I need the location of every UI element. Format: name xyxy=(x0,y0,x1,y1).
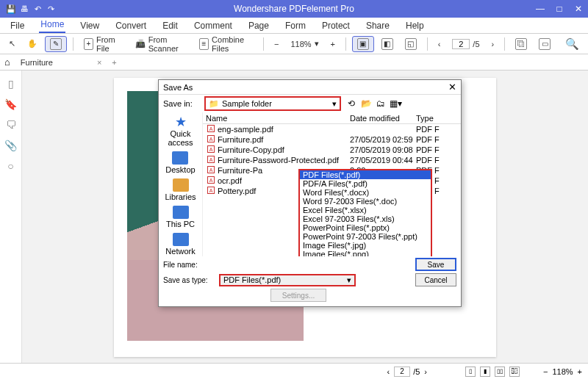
crop-icon[interactable]: ⿻ xyxy=(511,37,531,51)
select-tool[interactable]: ↖ xyxy=(4,37,20,50)
save-icon[interactable]: 💾 xyxy=(4,2,18,15)
status-next-page[interactable]: › xyxy=(424,367,427,376)
place-libraries[interactable]: Libraries xyxy=(165,178,196,201)
reading-icon[interactable]: ▭ xyxy=(534,37,555,51)
file-type-option[interactable]: Word Files(*.docx) xyxy=(300,188,431,197)
file-type-option[interactable]: Image Files(*.png) xyxy=(300,250,431,256)
status-page-total: /5 xyxy=(413,367,420,376)
file-type-option[interactable]: PDF/A Files(*.pdf) xyxy=(300,179,431,188)
cancel-button[interactable]: Cancel xyxy=(415,273,456,286)
two-page-icon[interactable]: ▯▯ xyxy=(495,367,505,377)
file-row[interactable]: AFurniture.pdf27/05/2019 02:59PDF F xyxy=(203,134,461,145)
home-icon[interactable]: ⌂ xyxy=(4,57,10,68)
zoom-out-button[interactable]: − xyxy=(270,38,283,50)
fit-page-icon[interactable]: ▣ xyxy=(352,36,374,52)
comments-icon[interactable]: 🗨 xyxy=(6,119,16,131)
place-quick-access[interactable]: ★Quick access xyxy=(159,115,202,147)
file-list: Name Date modified Type Aeng-sample.pdfP… xyxy=(203,112,461,256)
status-zoom-in[interactable]: + xyxy=(578,367,582,376)
menu-convert[interactable]: Convert xyxy=(114,18,148,33)
menu-share[interactable]: Share xyxy=(365,18,391,33)
settings-button[interactable]: Settings... xyxy=(270,289,326,302)
new-tab-button[interactable]: + xyxy=(112,58,116,67)
dialog-title: Save As xyxy=(163,83,193,92)
col-date[interactable]: Date modified xyxy=(350,114,416,123)
up-icon[interactable]: 📂 xyxy=(360,98,372,109)
edit-tool[interactable]: ✎ xyxy=(45,36,67,52)
single-page-icon[interactable]: ▯ xyxy=(465,367,476,377)
menu-bar: File Home View Convert Edit Comment Page… xyxy=(0,18,588,34)
views-icon[interactable]: ▦▾ xyxy=(390,98,401,109)
menu-comment[interactable]: Comment xyxy=(193,18,234,33)
redo-icon[interactable]: ↷ xyxy=(44,2,57,15)
dialog-close-button[interactable]: ✕ xyxy=(448,82,456,93)
file-type-option[interactable]: Excel 97-2003 Files(*.xls) xyxy=(300,214,431,223)
menu-help[interactable]: Help xyxy=(404,18,426,33)
save-in-combo[interactable]: 📁Sample folder ▾ xyxy=(204,96,341,111)
close-button[interactable]: ✕ xyxy=(569,0,588,18)
file-row[interactable]: AFurniture-Password-Protected.pdf27/05/2… xyxy=(203,155,461,165)
minimize-button[interactable]: — xyxy=(531,0,550,18)
place-network[interactable]: Network xyxy=(165,233,195,256)
status-zoom-out[interactable]: − xyxy=(543,367,548,376)
maximize-button[interactable]: □ xyxy=(550,0,569,18)
bookmarks-icon[interactable]: 🔖 xyxy=(4,98,17,110)
from-scanner-button[interactable]: 📠From Scanner xyxy=(131,34,192,54)
file-row[interactable]: Aeng-sample.pdfPDF F xyxy=(203,124,461,134)
quick-launch: 💾 🖶 ↶ ↷ xyxy=(0,2,57,15)
tab-furniture[interactable]: Furniture × xyxy=(16,57,106,68)
status-zoom[interactable]: 118% xyxy=(552,367,573,376)
pdf-file-icon: A xyxy=(207,145,215,153)
zoom-value[interactable]: 118% ▾ xyxy=(286,37,323,50)
actual-size-icon[interactable]: ◱ xyxy=(401,37,421,51)
menu-page[interactable]: Page xyxy=(247,18,270,33)
menu-view[interactable]: View xyxy=(79,18,101,33)
file-type-option[interactable]: Excel Files(*.xlsx) xyxy=(300,206,431,214)
menu-home[interactable]: Home xyxy=(39,17,65,33)
back-icon[interactable]: ⟲ xyxy=(345,98,357,109)
tab-close-icon[interactable]: × xyxy=(97,58,101,67)
menu-file[interactable]: File xyxy=(9,18,26,33)
new-folder-icon[interactable]: 🗂 xyxy=(375,98,387,109)
file-type-dropdown[interactable]: PDF Files(*.pdf)PDF/A Files(*.pdf)Word F… xyxy=(298,169,432,256)
next-page-button[interactable]: › xyxy=(487,38,499,50)
zoom-in-button[interactable]: + xyxy=(326,38,340,50)
prev-page-button[interactable]: ‹ xyxy=(434,38,445,50)
hand-tool[interactable]: ✋ xyxy=(23,37,42,50)
undo-icon[interactable]: ↶ xyxy=(31,2,44,15)
pdf-file-icon: A xyxy=(207,135,215,142)
menu-edit[interactable]: Edit xyxy=(161,18,179,33)
save-type-label: Save as type: xyxy=(163,276,215,284)
search-icon[interactable]: 🔍 xyxy=(561,36,584,52)
save-in-folder: Sample folder xyxy=(222,99,272,108)
file-type-option[interactable]: Image Files(*.jpg) xyxy=(300,241,431,250)
status-prev-page[interactable]: ‹ xyxy=(387,367,390,376)
title-bar: 💾 🖶 ↶ ↷ Wondershare PDFelement Pro — □ ✕ xyxy=(0,0,588,18)
file-type-option[interactable]: PowerPoint Files(*.pptx) xyxy=(300,223,431,232)
file-type-option[interactable]: PowerPoint 97-2003 Files(*.ppt) xyxy=(300,232,431,241)
col-name[interactable]: Name xyxy=(203,114,350,123)
col-type[interactable]: Type xyxy=(416,114,445,123)
thumbnails-icon[interactable]: ▯ xyxy=(8,78,14,90)
folder-icon: 📁 xyxy=(209,99,219,109)
shapes-icon[interactable]: ○ xyxy=(7,160,13,172)
file-type-option[interactable]: PDF Files(*.pdf) xyxy=(300,170,431,179)
attachments-icon[interactable]: 📎 xyxy=(4,140,17,151)
save-button[interactable]: Save xyxy=(415,258,456,271)
pdf-file-icon: A xyxy=(207,125,215,132)
print-icon[interactable]: 🖶 xyxy=(18,2,31,15)
from-file-button[interactable]: +From File xyxy=(79,34,128,54)
place-desktop[interactable]: Desktop xyxy=(165,151,195,174)
continuous-icon[interactable]: ▮ xyxy=(480,367,490,377)
combine-files-button[interactable]: ≡Combine Files xyxy=(195,34,257,54)
place-this-pc[interactable]: This PC xyxy=(166,206,195,228)
status-page-input[interactable] xyxy=(394,367,410,377)
file-type-option[interactable]: Word 97-2003 Files(*.doc) xyxy=(300,197,431,206)
save-type-combo[interactable]: PDF Files(*.pdf)▾ xyxy=(219,274,356,286)
two-continuous-icon[interactable]: ⿲ xyxy=(509,367,520,377)
page-input[interactable]: /5 xyxy=(448,37,484,51)
fit-width-icon[interactable]: ◧ xyxy=(377,37,398,51)
file-row[interactable]: AFurniture-Copy.pdf27/05/2019 09:08PDF F xyxy=(203,145,461,155)
menu-protect[interactable]: Protect xyxy=(320,18,351,33)
menu-form[interactable]: Form xyxy=(284,18,307,33)
